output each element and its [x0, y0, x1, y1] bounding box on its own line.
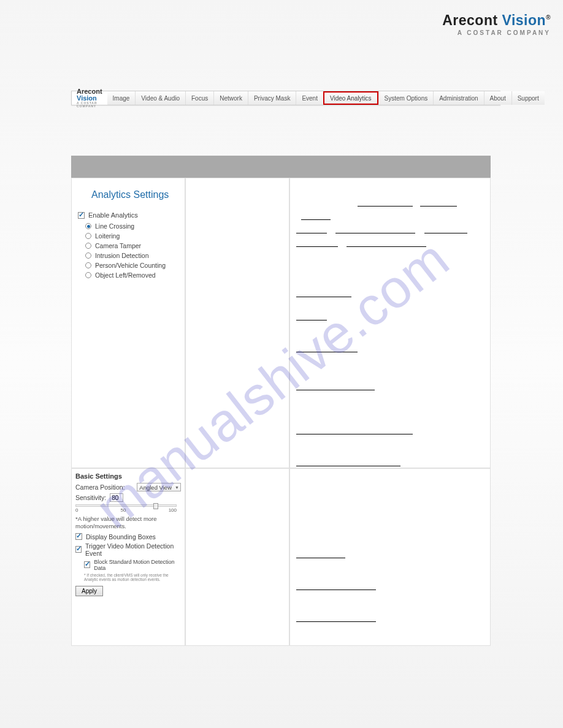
brand-logo: Arecont Vision® A COSTAR COMPANY [442, 12, 551, 36]
nav-tab-video-analytics[interactable]: Video Analytics [323, 91, 378, 105]
analytics-option-label: Object Left/Removed [95, 271, 156, 279]
display-bounding-boxes-label: Display Bounding Boxes [86, 533, 156, 540]
nav-tab-focus[interactable]: Focus [185, 91, 213, 105]
sensitivity-input[interactable] [110, 493, 123, 502]
camera-position-label: Camera Position: [75, 483, 125, 491]
enable-analytics-checkbox[interactable] [78, 212, 85, 219]
top-navbar: Arecont Vision A COSTAR COMPANY ImageVid… [71, 91, 500, 105]
analytics-option-label: Person/Vehicle Counting [95, 262, 166, 269]
analytics-settings-panel: Analytics Settings Enable Analytics Line… [71, 178, 185, 468]
analytics-option-radio[interactable] [85, 272, 91, 278]
analytics-option-radio[interactable] [85, 243, 91, 249]
sensitivity-slider[interactable] [75, 504, 177, 507]
analytics-option-label: Line Crossing [95, 222, 134, 230]
preview-panel-placeholder [185, 178, 289, 468]
trigger-vmd-event-checkbox[interactable] [75, 546, 82, 553]
analytics-settings-title: Analytics Settings [91, 189, 178, 200]
sensitivity-note: *A higher value will detect more motion/… [75, 515, 181, 531]
navbar-logo: Arecont Vision A COSTAR COMPANY [72, 88, 107, 108]
nav-tab-event[interactable]: Event [296, 91, 323, 105]
analytics-option-radio[interactable] [85, 223, 91, 229]
nav-tab-video-audio[interactable]: Video & Audio [135, 91, 185, 105]
section-header-bar [71, 156, 491, 178]
description-panel-1 [289, 178, 491, 468]
brand-part-1: Arecont [442, 12, 502, 28]
brand-part-2: Vision [502, 12, 546, 28]
block-standard-md-note: * If checked, the client/VMS will only r… [75, 573, 181, 582]
nav-tab-network[interactable]: Network [213, 91, 248, 105]
analytics-option-radio[interactable] [85, 233, 91, 239]
enable-analytics-label: Enable Analytics [88, 211, 138, 219]
nav-tab-about[interactable]: About [484, 91, 511, 105]
basic-settings-heading: Basic Settings [75, 471, 181, 481]
block-standard-md-checkbox[interactable] [84, 561, 90, 568]
trigger-vmd-event-label: Trigger Video Motion Detection Event [85, 542, 181, 557]
analytics-option-label: Intrusion Detection [95, 252, 149, 259]
nav-tab-system-options[interactable]: System Options [378, 91, 434, 105]
display-bounding-boxes-checkbox[interactable] [75, 533, 82, 540]
nav-tab-privacy-mask[interactable]: Privacy Mask [248, 91, 296, 105]
preview-panel-placeholder-2 [185, 468, 289, 646]
basic-settings-panel: Basic Settings Camera Position: Angled V… [71, 468, 185, 646]
nav-tab-support[interactable]: Support [511, 91, 545, 105]
analytics-option-label: Loitering [95, 232, 120, 240]
brand-subtitle: A COSTAR COMPANY [442, 29, 551, 36]
analytics-option-radio[interactable] [85, 252, 91, 259]
camera-position-select[interactable]: Angled View [137, 483, 181, 491]
slider-tick-labels: 0 50 100 [75, 507, 177, 513]
redacted-line [358, 198, 413, 207]
analytics-option-label: Camera Tamper [95, 242, 141, 249]
analytics-option-radio[interactable] [85, 262, 91, 268]
sensitivity-label: Sensitivity: [75, 494, 106, 501]
description-panel-2 [289, 468, 491, 646]
apply-button[interactable]: Apply [75, 586, 103, 596]
nav-tab-image[interactable]: Image [107, 91, 136, 105]
block-standard-md-label: Block Standard Motion Detection Data [94, 559, 181, 571]
nav-tab-administration[interactable]: Administration [433, 91, 483, 105]
